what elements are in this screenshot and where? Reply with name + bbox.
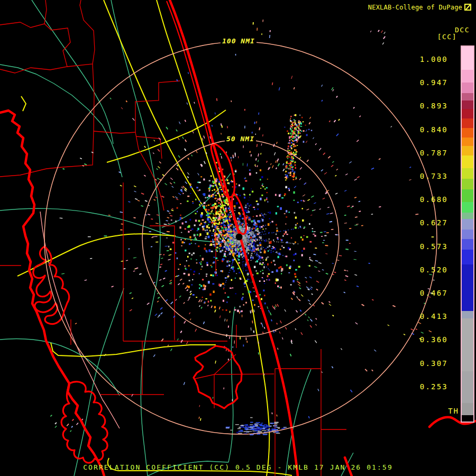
radar-echo: [261, 246, 262, 248]
radar-echo: [288, 133, 289, 134]
radar-echo: [234, 205, 236, 207]
radar-echo: [218, 205, 220, 207]
radar-echo: [219, 171, 221, 172]
radar-echo: [222, 240, 223, 242]
radar-echo: [214, 233, 216, 235]
radar-echo: [281, 242, 282, 243]
radar-echo: [133, 257, 136, 258]
radar-echo: [236, 240, 237, 241]
radar-echo: [109, 97, 111, 99]
radar-echo: [264, 250, 266, 251]
radar-echo: [251, 327, 252, 331]
radar-echo: [260, 153, 261, 155]
radar-echo: [262, 232, 263, 233]
radar-echo: [262, 270, 263, 271]
radar-echo: [240, 306, 241, 307]
radar-echo: [181, 245, 182, 246]
radar-echo: [210, 211, 212, 212]
radar-echo: [214, 189, 215, 190]
radar-echo: [301, 208, 303, 209]
colorbar-segment: [462, 47, 473, 70]
radar-echo: [249, 244, 250, 245]
radar-echo: [305, 314, 306, 316]
radar-echo: [256, 200, 258, 202]
radar-echo: [309, 288, 312, 290]
radar-echo: [206, 225, 208, 228]
radar-echo: [254, 424, 259, 425]
radar-echo: [225, 277, 227, 279]
radar-echo: [303, 248, 305, 250]
radar-echo: [208, 224, 209, 226]
radar-echo: [186, 260, 187, 261]
radar-echo: [338, 119, 340, 121]
radar-echo: [238, 221, 240, 222]
radar-echo: [249, 173, 251, 176]
radar-echo: [292, 141, 294, 142]
radar-echo: [246, 432, 249, 433]
radar-echo: [307, 319, 309, 321]
radar-echo: [242, 224, 243, 226]
radar-echo: [207, 232, 209, 235]
radar-echo: [264, 424, 268, 425]
radar-echo: [190, 318, 191, 320]
radar-echo: [210, 305, 213, 308]
radar-echo: [257, 252, 258, 253]
radar-echo: [228, 249, 230, 251]
radar-echo: [203, 228, 205, 230]
radar-echo: [185, 287, 188, 289]
radar-echo: [203, 206, 205, 209]
radar-echo: [269, 212, 271, 214]
radar-echo: [193, 203, 194, 204]
radar-echo: [304, 226, 305, 227]
radar-echo: [294, 121, 295, 121]
radar-echo: [354, 225, 358, 226]
radar-echo: [345, 249, 349, 250]
radar-echo: [270, 163, 271, 166]
radar-echo: [258, 255, 259, 256]
radar-echo: [277, 159, 279, 162]
radar-echo: [263, 290, 264, 291]
radar-echo: [258, 113, 259, 115]
radar-echo: [293, 138, 295, 139]
radar-echo: [262, 277, 263, 278]
radar-echo: [291, 298, 293, 300]
radar-echo: [218, 242, 220, 245]
radar-echo: [217, 251, 218, 252]
radar-echo: [232, 232, 233, 234]
radar-echo: [345, 173, 348, 175]
radar-echo: [356, 140, 359, 142]
range-ring-label: 50 NMI: [225, 135, 256, 143]
radar-echo: [258, 248, 259, 249]
radar-echo: [239, 272, 241, 273]
radar-echo: [245, 266, 246, 267]
radar-echo: [310, 260, 313, 261]
radar-echo: [190, 240, 191, 241]
radar-echo: [255, 261, 256, 262]
radar-echo: [349, 228, 351, 229]
radar-echo: [269, 270, 270, 271]
radar-echo: [243, 237, 244, 239]
radar-echo: [291, 130, 293, 131]
radar-echo: [300, 309, 302, 312]
radar-echo: [209, 194, 210, 195]
radar-echo: [303, 121, 304, 122]
radar-echo: [264, 251, 266, 253]
radar-echo: [274, 422, 278, 424]
radar-echo: [176, 129, 178, 131]
radar-echo: [255, 425, 258, 426]
radar-echo: [224, 246, 225, 248]
radar-echo: [382, 42, 385, 44]
radar-echo: [332, 315, 334, 316]
radar-echo: [54, 426, 57, 428]
radar-echo: [285, 186, 287, 188]
radar-echo: [222, 283, 224, 285]
radar-echo: [252, 247, 254, 249]
radar-echo: [298, 131, 299, 133]
radar-echo: [287, 177, 288, 178]
radar-echo: [262, 278, 263, 279]
radar-echo: [219, 209, 221, 210]
radar-echo: [213, 397, 214, 398]
radar-echo: [263, 239, 264, 240]
radar-echo: [236, 432, 239, 433]
radar-echo: [258, 249, 259, 251]
